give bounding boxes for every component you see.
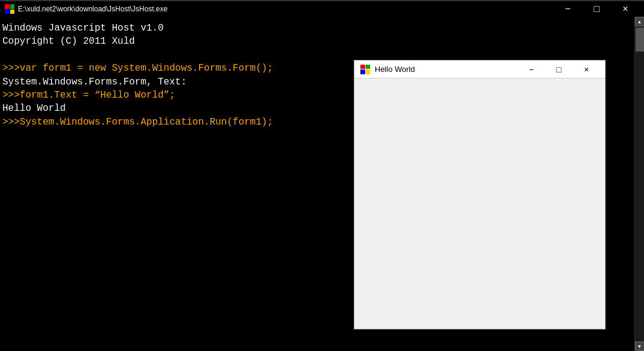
terminal-scrollbar[interactable]: ▲ ▼ [634,17,644,351]
popup-title: Hello World [375,65,517,74]
terminal-maximize-button[interactable]: □ [583,1,610,17]
scrollbar-track[interactable] [635,26,645,341]
scrollbar-thumb[interactable] [636,28,644,52]
popup-titlebar: Hello World − □ × [354,60,605,78]
terminal-close-button[interactable]: × [612,1,639,17]
popup-maximize-button[interactable]: □ [545,61,573,78]
scrollbar-up-button[interactable]: ▲ [635,17,645,26]
terminal-titlebar: E:\xuld.net2\work\download\JsHost\JsHost… [0,0,644,17]
terminal-minimize-button[interactable]: − [554,1,582,17]
terminal-line-2: Copyright (C) 2011 Xuld [2,35,632,48]
popup-close-button[interactable]: × [573,61,600,78]
terminal-line-1: Windows Javascript Host v1.0 [2,22,632,35]
popup-window-controls: − □ × [517,61,600,78]
popup-body [354,78,605,329]
terminal-window-controls: − □ × [554,1,639,17]
terminal-title: E:\xuld.net2\work\download\JsHost\JsHost… [18,5,554,13]
popup-app-icon [359,63,371,75]
hello-world-popup: Hello World − □ × [354,60,606,329]
popup-minimize-button[interactable]: − [517,61,545,78]
terminal-app-icon [5,4,14,14]
scrollbar-down-button[interactable]: ▼ [635,341,645,351]
